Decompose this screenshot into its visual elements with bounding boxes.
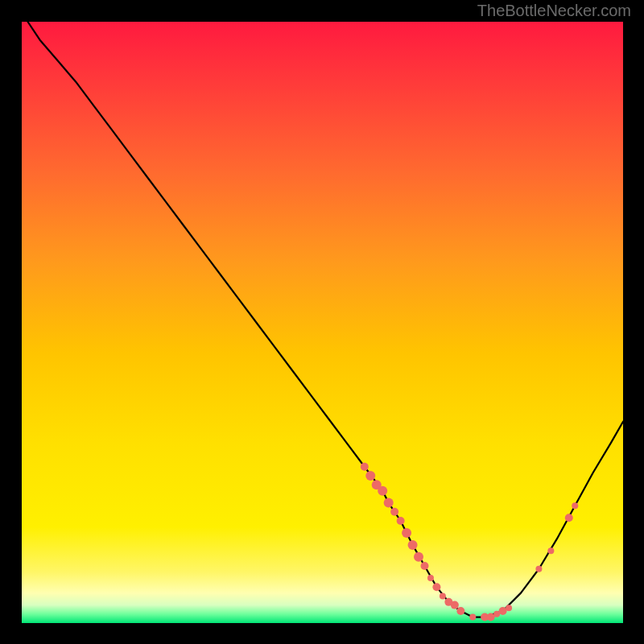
marker-point	[408, 540, 418, 550]
marker-point	[440, 592, 446, 599]
marker-point	[547, 547, 554, 554]
marker-point	[572, 502, 578, 509]
watermark-text: TheBottleNecker.com	[477, 2, 631, 20]
marker-point	[506, 605, 512, 611]
marker-point	[451, 601, 459, 609]
marker-point	[420, 562, 428, 570]
marker-point	[402, 528, 411, 538]
marker-point	[361, 463, 369, 471]
marker-point	[397, 517, 405, 525]
chart-svg	[22, 22, 623, 623]
marker-point	[378, 486, 387, 496]
marker-point	[414, 552, 423, 562]
marker-point	[384, 498, 394, 508]
marker-point	[390, 508, 398, 516]
marker-point	[432, 583, 440, 591]
marker-point	[565, 514, 573, 522]
gradient-background	[22, 22, 623, 623]
marker-point	[365, 471, 375, 481]
marker-point	[469, 614, 476, 621]
plot-area	[22, 22, 623, 623]
marker-point	[535, 566, 542, 572]
marker-point	[456, 607, 464, 615]
marker-point	[427, 575, 434, 581]
